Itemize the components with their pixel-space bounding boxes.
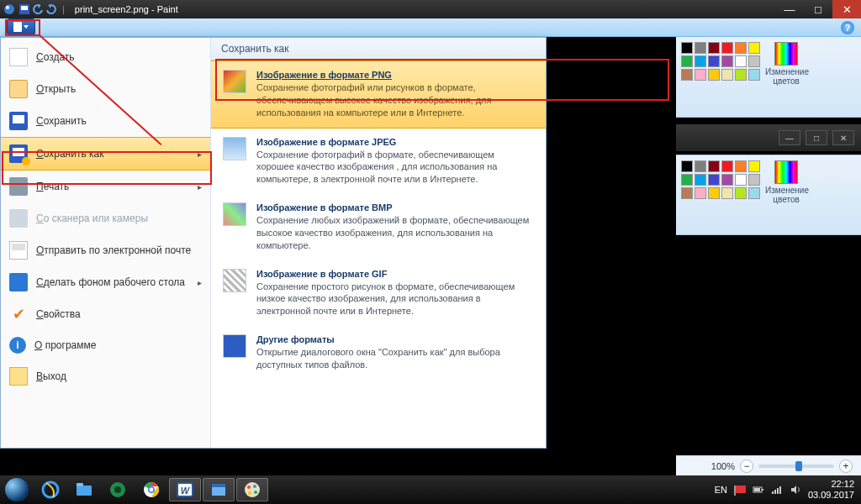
file-menu-item-label: Создать xyxy=(36,51,75,63)
color-swatch[interactable] xyxy=(748,55,760,67)
window-minimize-button[interactable]: — xyxy=(775,0,804,18)
color-swatch[interactable] xyxy=(695,174,706,186)
zoom-percent-label: 100% xyxy=(711,461,735,471)
color-swatches-2[interactable] xyxy=(681,160,760,199)
tray-clock[interactable]: 22:12 03.09.2017 xyxy=(808,479,854,500)
color-swatch[interactable] xyxy=(721,69,733,81)
color-swatch[interactable] xyxy=(681,42,693,54)
file-menu-item-0[interactable]: Создать xyxy=(1,41,210,73)
qat-undo-icon[interactable] xyxy=(32,3,44,15)
file-menu-item-7[interactable]: Сделать фоном рабочего стола▸ xyxy=(1,266,210,298)
tray-network-icon[interactable] xyxy=(771,484,783,496)
color-swatch[interactable] xyxy=(735,69,747,81)
file-menu-item-2[interactable]: Сохранить xyxy=(1,105,210,137)
help-icon[interactable]: ? xyxy=(841,21,854,34)
color-swatch[interactable] xyxy=(695,69,706,81)
zoom-slider[interactable] xyxy=(758,465,834,468)
saveas-format-gif[interactable]: Изображение в формате GIFСохранение прос… xyxy=(211,260,546,327)
color-swatch[interactable] xyxy=(681,160,693,172)
color-swatch[interactable] xyxy=(721,174,733,186)
color-swatches[interactable] xyxy=(681,42,760,81)
saveas-format-bmp[interactable]: Изображение в формате BMPСохранение любы… xyxy=(211,194,546,260)
color-swatch[interactable] xyxy=(695,55,706,67)
saveas-format-png[interactable]: Изображение в формате PNGСохранение фото… xyxy=(211,60,546,129)
edit-colors-button[interactable]: Изменение цветов xyxy=(765,42,807,86)
color-swatch[interactable] xyxy=(681,55,693,67)
qat-redo-icon[interactable] xyxy=(45,3,57,15)
window-maximize-button[interactable]: □ xyxy=(804,0,832,18)
edit-colors-button-2[interactable]: Изменение цветов xyxy=(765,160,807,204)
title-appname: Paint xyxy=(157,4,178,14)
colors-group-2: Изменение цветов xyxy=(676,155,861,235)
file-menu-item-4[interactable]: Печать▸ xyxy=(1,171,210,202)
svg-rect-27 xyxy=(772,491,774,494)
taskbar-app-green-icon[interactable] xyxy=(102,478,134,501)
color-swatch[interactable] xyxy=(708,160,720,172)
color-swatch[interactable] xyxy=(708,174,720,186)
taskbar-word-icon[interactable]: W xyxy=(169,478,201,501)
taskbar-ie-icon[interactable] xyxy=(34,478,66,501)
file-menu-item-1[interactable]: Открыть xyxy=(1,73,210,105)
color-swatch[interactable] xyxy=(721,55,733,67)
taskbar-window-icon[interactable] xyxy=(203,478,235,501)
zoom-in-button[interactable]: + xyxy=(839,459,853,473)
color-swatch[interactable] xyxy=(681,187,693,199)
window-close-button[interactable]: ✕ xyxy=(832,0,861,18)
color-swatch[interactable] xyxy=(735,187,747,199)
color-swatch[interactable] xyxy=(748,69,760,81)
chevron-down-icon xyxy=(24,25,29,29)
tray-battery-icon[interactable] xyxy=(753,484,764,496)
color-swatch[interactable] xyxy=(735,42,747,54)
floppy-icon xyxy=(9,144,28,163)
color-swatch[interactable] xyxy=(708,69,720,81)
system-tray: EN 22:12 03.09.2017 xyxy=(715,479,861,500)
color-swatch[interactable] xyxy=(748,174,760,186)
taskbar-chrome-icon[interactable] xyxy=(135,478,167,501)
file-menu-item-label: Со сканера или камеры xyxy=(36,213,148,224)
taskbar-paint-icon[interactable] xyxy=(236,478,268,501)
color-swatch[interactable] xyxy=(748,187,760,199)
bgwin-minimize-button[interactable]: — xyxy=(779,130,800,145)
language-indicator[interactable]: EN xyxy=(715,485,727,495)
color-swatch[interactable] xyxy=(695,42,706,54)
color-swatch[interactable] xyxy=(721,42,733,54)
bgwin-maximize-button[interactable]: □ xyxy=(806,130,827,145)
zoom-out-button[interactable]: − xyxy=(740,459,753,473)
color-swatch[interactable] xyxy=(681,69,693,81)
color-swatch[interactable] xyxy=(695,187,706,199)
file-menu-button[interactable] xyxy=(7,18,35,35)
saveas-format-other[interactable]: Другие форматыОткрытие диалогового окна … xyxy=(211,326,546,380)
color-swatch[interactable] xyxy=(735,174,747,186)
status-zoom-bar: 100% − + xyxy=(676,455,861,475)
file-menu-item-8[interactable]: ✔Свойства xyxy=(1,298,210,330)
color-swatch[interactable] xyxy=(721,160,733,172)
zoom-slider-thumb[interactable] xyxy=(795,461,802,471)
svg-rect-23 xyxy=(734,486,736,496)
color-swatch[interactable] xyxy=(721,187,733,199)
tray-flag-icon[interactable] xyxy=(734,484,746,496)
edit-colors-label-2: Изменение цветов xyxy=(765,186,809,204)
file-menu-item-9[interactable]: iО программе xyxy=(1,330,210,360)
color-swatch[interactable] xyxy=(735,160,747,172)
color-swatch[interactable] xyxy=(681,174,693,186)
bgwin-close-button[interactable]: ✕ xyxy=(832,130,854,145)
file-menu-item-6[interactable]: Отправить по электронной почте xyxy=(1,234,210,266)
tray-volume-icon[interactable] xyxy=(790,484,801,496)
color-swatch[interactable] xyxy=(748,160,760,172)
color-swatch[interactable] xyxy=(735,55,747,67)
qat-save-icon[interactable] xyxy=(18,3,30,15)
color-swatch[interactable] xyxy=(708,55,720,67)
start-button[interactable] xyxy=(0,475,34,504)
file-menu-item-10[interactable]: Выход xyxy=(1,360,210,392)
file-menu-item-3[interactable]: Сохранить как▸ xyxy=(1,137,210,171)
svg-text:W: W xyxy=(181,486,191,496)
color-swatch[interactable] xyxy=(748,42,760,54)
saveas-format-jpeg[interactable]: Изображение в формате JPEGСохранение фот… xyxy=(211,129,546,195)
taskbar-explorer-icon[interactable] xyxy=(68,478,100,501)
svg-point-11 xyxy=(150,488,154,492)
color-swatch[interactable] xyxy=(708,187,720,199)
title-filename: print_screen2.png xyxy=(75,4,149,14)
color-swatch[interactable] xyxy=(708,42,720,54)
svg-rect-16 xyxy=(212,484,225,487)
color-swatch[interactable] xyxy=(695,160,706,172)
